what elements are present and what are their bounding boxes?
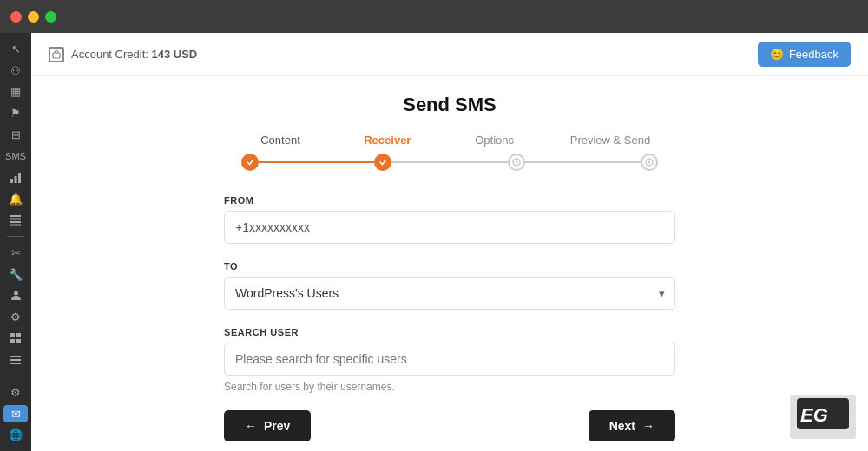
svg-rect-5 xyxy=(10,221,21,223)
sidebar-icon-user[interactable]: ⚇ xyxy=(3,62,28,80)
svg-rect-6 xyxy=(10,224,21,226)
footer-buttons: ← Prev Next → xyxy=(224,410,675,441)
step-label-options: Options xyxy=(456,134,534,147)
feedback-label: Feedback xyxy=(789,48,838,61)
sidebar-icon-list[interactable] xyxy=(3,351,28,369)
feedback-icon: 😊 xyxy=(770,48,784,61)
sidebar-icon-cursor[interactable]: ↖ xyxy=(3,40,28,58)
step-label-content: Content xyxy=(241,134,319,147)
to-select[interactable]: WordPress's Users All Users Custom List xyxy=(224,277,675,310)
sidebar-icon-mail[interactable]: ✉ xyxy=(3,405,28,423)
sidebar-icon-chart[interactable] xyxy=(3,168,28,186)
form-container: FROM TO WordPress's Users All Users Cust… xyxy=(224,195,675,441)
to-select-wrapper: WordPress's Users All Users Custom List … xyxy=(224,277,675,310)
step-1-circle xyxy=(241,154,259,171)
to-group: TO WordPress's Users All Users Custom Li… xyxy=(224,261,675,310)
svg-rect-11 xyxy=(16,339,21,343)
step-4-circle xyxy=(641,154,658,171)
prev-arrow-icon: ← xyxy=(245,419,257,433)
svg-text:EG: EG xyxy=(800,404,828,426)
sidebar-icon-bell[interactable]: 🔔 xyxy=(3,190,28,208)
next-label: Next xyxy=(609,419,635,433)
from-label: FROM xyxy=(224,195,675,206)
svg-rect-10 xyxy=(10,339,15,343)
search-user-label: SEARCH USER xyxy=(224,327,675,337)
sidebar-icon-person[interactable] xyxy=(3,286,28,304)
sidebar-icon-wrench[interactable]: 🔧 xyxy=(3,265,28,284)
svg-rect-14 xyxy=(10,363,21,364)
step-label-preview: Preview & Send xyxy=(562,134,658,147)
credit-label: Account Credit: 143 USD xyxy=(71,48,197,61)
sidebar-icon-table[interactable] xyxy=(3,212,28,230)
from-group: FROM xyxy=(224,195,675,244)
maximize-button[interactable] xyxy=(45,11,56,23)
search-user-hint: Search for users by their usernames. xyxy=(224,381,675,393)
svg-rect-4 xyxy=(10,218,21,219)
sidebar-icon-grid[interactable]: ⊞ xyxy=(3,126,28,144)
svg-point-7 xyxy=(14,291,18,296)
credit-amount: 143 USD xyxy=(152,48,198,61)
next-arrow-icon: → xyxy=(642,419,654,433)
step-line-1 xyxy=(259,161,374,163)
step-label-receiver: Receiver xyxy=(348,134,426,147)
next-button[interactable]: Next → xyxy=(589,410,675,441)
search-user-input[interactable] xyxy=(224,343,675,376)
step-line-3 xyxy=(525,161,641,163)
top-bar: Account Credit: 143 USD 😊 Feedback xyxy=(31,33,868,76)
prev-label: Prev xyxy=(264,419,290,433)
main-content: Send SMS Content Receiver Options Previe… xyxy=(31,76,868,451)
svg-rect-13 xyxy=(10,359,21,361)
page-title: Send SMS xyxy=(66,94,833,116)
watermark-logo: EG xyxy=(790,395,856,439)
svg-rect-15 xyxy=(53,53,60,58)
steps-labels: Content Receiver Options Preview & Send xyxy=(241,134,658,147)
svg-rect-2 xyxy=(18,173,21,183)
feedback-button[interactable]: 😊 Feedback xyxy=(758,42,851,67)
steps-container: Content Receiver Options Preview & Send xyxy=(66,134,833,171)
step-3-circle xyxy=(508,154,525,171)
to-label: TO xyxy=(224,261,675,271)
search-user-group: SEARCH USER Search for users by their us… xyxy=(224,327,675,393)
app-body: ↖ ⚇ ▦ ⚑ ⊞ SMS 🔔 ✂ 🔧 ⚙ ⚙ ✉ 🌐 xyxy=(0,33,868,451)
sidebar-icon-table2[interactable] xyxy=(3,330,28,348)
sidebar: ↖ ⚇ ▦ ⚑ ⊞ SMS 🔔 ✂ 🔧 ⚙ ⚙ ✉ 🌐 xyxy=(0,33,31,451)
svg-rect-12 xyxy=(10,356,21,357)
from-input[interactable] xyxy=(224,211,675,244)
sidebar-icon-flag[interactable]: ⚑ xyxy=(3,104,28,122)
svg-rect-0 xyxy=(10,179,13,183)
content-area: Account Credit: 143 USD 😊 Feedback Send … xyxy=(31,33,868,451)
account-credit: Account Credit: 143 USD xyxy=(49,47,197,62)
svg-rect-9 xyxy=(16,333,21,337)
sidebar-divider-2 xyxy=(7,376,24,376)
sidebar-icon-layers[interactable]: ▦ xyxy=(3,82,28,101)
credit-icon xyxy=(49,47,64,62)
step-line-2 xyxy=(391,161,507,163)
sidebar-icon-settings[interactable]: ⚙ xyxy=(3,308,28,326)
step-2-circle xyxy=(374,154,391,171)
svg-rect-8 xyxy=(10,333,15,337)
steps-track xyxy=(241,154,658,171)
close-button[interactable] xyxy=(10,11,22,23)
prev-button[interactable]: ← Prev xyxy=(224,410,311,441)
traffic-lights xyxy=(10,11,56,23)
sidebar-icon-gear[interactable]: ⚙ xyxy=(3,383,28,402)
svg-rect-1 xyxy=(15,176,17,183)
sidebar-icon-globe[interactable]: 🌐 xyxy=(3,426,28,444)
sidebar-divider xyxy=(7,236,24,237)
minimize-button[interactable] xyxy=(28,11,39,23)
sidebar-icon-sms[interactable]: SMS xyxy=(3,147,28,166)
sidebar-icon-scissors[interactable]: ✂ xyxy=(3,244,28,262)
title-bar xyxy=(0,0,868,33)
svg-rect-3 xyxy=(10,215,21,217)
